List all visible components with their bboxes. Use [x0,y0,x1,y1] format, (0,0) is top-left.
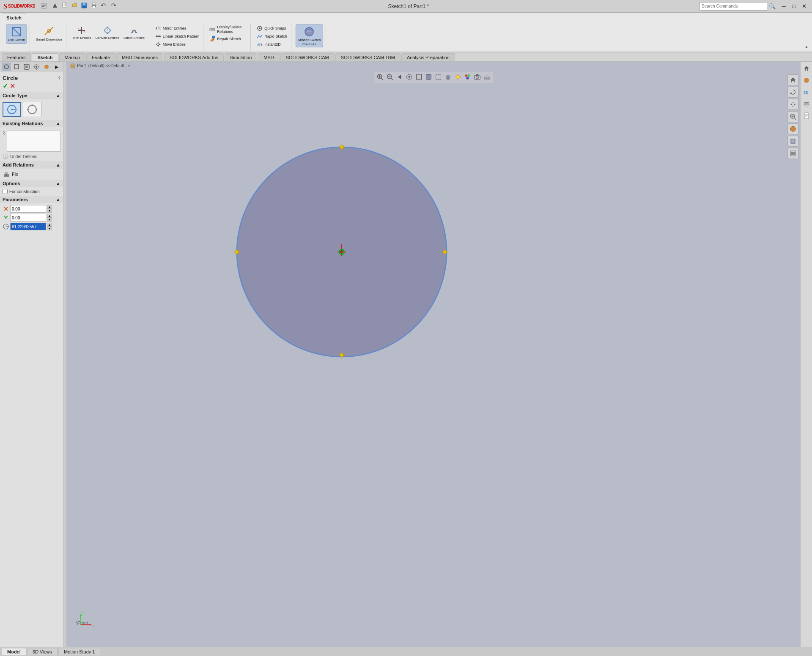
maximize-button[interactable]: □ [789,2,798,11]
circle-sketch[interactable] [223,134,460,370]
relations-box[interactable] [7,131,60,152]
linear-sketch-pattern-button[interactable]: Linear Sketch Pattern [154,33,201,40]
circle-type-perimeter[interactable] [23,102,41,117]
rf-sheet-btn[interactable] [787,148,798,159]
tab-markup[interactable]: Markup [59,53,86,61]
right-panel-3d[interactable]: 3D [801,87,812,97]
for-construction-checkbox[interactable] [3,189,8,194]
tab-features[interactable]: Features [2,53,31,61]
tab-solidworks-cam[interactable]: SOLIDWORKS CAM [280,53,335,61]
svg-point-127 [790,126,796,131]
panel-toolbar-btn-target[interactable] [32,63,41,71]
y-param-up[interactable]: ▲ [47,214,52,218]
vp-display-style-icon[interactable] [425,73,433,82]
convert-entities-button[interactable]: Convert Entities [94,25,121,41]
rapid-sketch-button[interactable]: Rapid Sketch [255,33,288,40]
tab-analysis-prep[interactable]: Analysis Preparation [401,53,455,61]
toolbar-btn-open[interactable] [70,2,79,11]
smart-dimension-button[interactable]: d Smart Dimension [34,25,63,43]
display-delete-relations-button[interactable]: Display/Delete Relations [208,25,248,35]
tab-simulation[interactable]: Simulation [225,53,257,61]
param-radius-row: 81.22992557 ▲ ▼ [3,223,60,230]
vp-prev-view-icon[interactable] [395,73,404,82]
toolbar-btn-undo[interactable] [99,2,108,11]
search-icon[interactable]: 🔍 [769,3,776,9]
panel-resize-handle[interactable]: ⋮ [63,62,67,647]
offset-entities-button[interactable]: Offset Entities [122,25,146,41]
cancel-icon[interactable]: ✕ [10,82,15,90]
repair-sketch-label: Repair Sketch [217,37,241,41]
mirror-entities-button[interactable]: Mirror Entities [154,25,188,32]
menu-file[interactable] [38,2,49,11]
right-panel-home[interactable] [801,63,812,74]
x-param-up[interactable]: ▲ [47,205,52,209]
tab-solidworks-addins[interactable]: SOLIDWORKS Add-Ins [164,53,224,61]
vp-camera-icon[interactable] [473,73,482,82]
shaded-sketch-contours-button[interactable]: Shaded Sketch Contours [296,25,323,47]
vp-lights-icon[interactable] [454,73,462,82]
panel-toolbar-btn-2[interactable] [12,63,21,71]
vp-zoom-fit-icon[interactable] [376,73,384,82]
vp-appearance-icon[interactable] [464,73,472,82]
vp-hide-lines-icon[interactable] [434,73,443,82]
toolbar-btn-save[interactable] [80,2,88,11]
x-param-input[interactable]: 0.00 [10,205,46,213]
rf-pan-btn[interactable] [787,99,798,110]
right-panel-color[interactable] [801,75,812,85]
panel-toolbar-btn-3[interactable] [22,63,31,71]
rf-home-btn[interactable] [787,74,798,85]
tab-mbd[interactable]: MBD [258,53,279,61]
parameters-header[interactable]: Parameters ▲ [0,196,63,203]
rf-appearance-btn[interactable] [787,123,798,134]
toolbar-btn-redo[interactable] [109,2,118,11]
search-input[interactable] [700,2,767,11]
tab-sketch[interactable]: Sketch [32,53,58,61]
right-panel-db[interactable] [801,99,812,109]
tab-mbd-dimensions[interactable]: MBD Dimensions [116,53,163,61]
existing-relations-header[interactable]: Existing Relations ▲ [0,120,63,127]
repair-sketch-button[interactable]: Repair Sketch [208,35,242,43]
close-button[interactable]: ✕ [799,2,809,11]
x-param-down[interactable]: ▼ [47,209,52,213]
y-param-input[interactable]: 0.00 [10,214,46,221]
right-panel-document[interactable] [801,111,812,121]
vp-zoom-area-icon[interactable] [386,73,394,82]
accept-icon[interactable]: ✓ [3,82,8,90]
tab-evaluate[interactable]: Evaluate [86,53,115,61]
rf-realview-btn[interactable] [787,136,798,147]
vp-normal-to-icon[interactable] [405,73,414,82]
rf-rotate-btn[interactable] [787,87,798,98]
trim-entities-button[interactable]: Trim Entities [71,25,93,41]
rf-zoom-btn[interactable] [787,111,798,122]
vp-section-view-icon[interactable] [415,73,423,82]
circle-type-header[interactable]: Circle Type ▲ [0,92,63,99]
viewport[interactable]: Part1 (Default) <<Default...> [67,62,800,647]
panel-toolbar-btn-arrow[interactable]: ▶ [52,63,61,71]
bottom-tab-model[interactable]: Model [2,648,26,655]
radius-param-up[interactable]: ▲ [47,223,52,227]
circle-type-center-radius[interactable] [3,102,21,117]
help-icon[interactable]: ? [58,76,60,81]
radius-param-input[interactable]: 81.22992557 [10,223,46,230]
bottom-tab-motion-study[interactable]: Motion Study 1 [58,648,100,655]
y-param-down[interactable]: ▼ [47,218,52,221]
exit-sketch-button[interactable]: Exit Sketch [6,25,27,44]
move-entities-button[interactable]: Move Entities [154,41,187,48]
tab-solidworks-cam-tbm[interactable]: SOLIDWORKS CAM TBM [335,53,401,61]
instant2d-button[interactable]: 2D Instant2D [255,41,282,48]
bottom-tab-3d-views[interactable]: 3D Views [27,648,58,655]
options-header[interactable]: Options ▲ [0,180,63,187]
toolbar-btn-new[interactable] [60,2,69,11]
radius-param-down[interactable]: ▼ [47,227,52,230]
ribbon-collapse-button[interactable]: ▲ [804,44,809,49]
panel-toolbar-btn-color[interactable] [42,63,51,71]
vp-shadows-icon[interactable] [444,73,453,82]
quick-snaps-button[interactable]: Quick Snaps [255,25,287,32]
add-relations-header[interactable]: Add Relations ▲ [0,161,63,169]
toolbar-btn-1[interactable] [51,2,59,11]
tab-sketch[interactable]: Sketch [2,14,26,22]
toolbar-btn-print[interactable] [90,2,98,11]
minimize-button[interactable]: ─ [779,2,788,11]
panel-toolbar-btn-1[interactable] [2,63,11,71]
vp-view-orient-icon[interactable] [483,73,491,82]
